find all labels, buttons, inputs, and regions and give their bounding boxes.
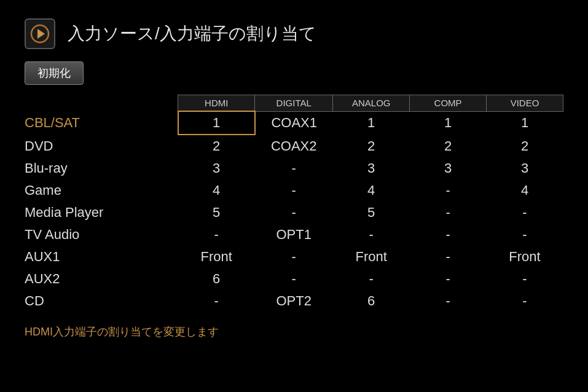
cell-analog-5[interactable]: - [333,224,410,246]
cell-hdmi-7[interactable]: 6 [178,268,255,290]
cell-analog-2[interactable]: 3 [333,157,410,179]
cell-comp-8[interactable]: - [410,290,487,312]
cell-digital-6[interactable]: - [255,246,333,268]
cell-hdmi-4[interactable]: 5 [178,202,255,224]
svg-marker-1 [37,29,45,39]
table-row: AUX1Front-Front-Front [25,246,563,268]
cell-video-0[interactable]: 1 [487,111,563,135]
cell-comp-7[interactable]: - [410,268,487,290]
cell-hdmi-2[interactable]: 3 [178,157,255,179]
cell-comp-1[interactable]: 2 [410,135,487,157]
cell-video-4[interactable]: - [487,202,563,224]
cell-comp-4[interactable]: - [410,202,487,224]
cell-source-8: CD [25,290,178,312]
page-container: 入力ソース/入力端子の割り当て 初期化 HDMI DIGITAL ANALOG … [0,0,588,392]
cell-analog-3[interactable]: 4 [333,179,410,202]
col-header-analog: ANALOG [333,95,410,112]
cell-analog-6[interactable]: Front [333,246,410,268]
cell-source-3: Game [25,179,178,202]
main-table-wrapper: HDMI DIGITAL ANALOG COMP VIDEO CBL/SAT1C… [25,95,563,312]
cell-video-1[interactable]: 2 [487,135,563,157]
assignment-table: HDMI DIGITAL ANALOG COMP VIDEO CBL/SAT1C… [25,95,563,312]
cell-video-8[interactable]: - [487,290,563,312]
table-row: TV Audio-OPT1--- [25,224,563,246]
cell-hdmi-1[interactable]: 2 [178,135,255,157]
table-row: DVD2COAX2222 [25,135,563,157]
table-row: AUX26---- [25,268,563,290]
cell-video-7[interactable]: - [487,268,563,290]
col-header-digital: DIGITAL [255,95,333,112]
cell-comp-5[interactable]: - [410,224,487,246]
reset-button[interactable]: 初期化 [25,61,563,95]
cell-video-2[interactable]: 3 [487,157,563,179]
cell-video-5[interactable]: - [487,224,563,246]
cell-source-2: Blu-ray [25,157,178,179]
cell-hdmi-8[interactable]: - [178,290,255,312]
col-header-comp: COMP [410,95,487,112]
cell-digital-4[interactable]: - [255,202,333,224]
cell-digital-0[interactable]: COAX1 [255,111,333,135]
cell-comp-2[interactable]: 3 [410,157,487,179]
table-row: Game4-4-4 [25,179,563,202]
col-header-hdmi: HDMI [178,95,255,112]
cell-analog-4[interactable]: 5 [333,202,410,224]
cell-digital-8[interactable]: OPT2 [255,290,333,312]
cell-comp-6[interactable]: - [410,246,487,268]
cell-digital-1[interactable]: COAX2 [255,135,333,157]
col-header-video: VIDEO [487,95,563,112]
cell-hdmi-3[interactable]: 4 [178,179,255,202]
cell-hdmi-6[interactable]: Front [178,246,255,268]
cell-digital-5[interactable]: OPT1 [255,224,333,246]
header: 入力ソース/入力端子の割り当て [25,18,563,49]
cell-analog-8[interactable]: 6 [333,290,410,312]
cell-video-3[interactable]: 4 [487,179,563,202]
cell-analog-1[interactable]: 2 [333,135,410,157]
header-icon [25,18,55,49]
cell-analog-7[interactable]: - [333,268,410,290]
table-row: Blu-ray3-333 [25,157,563,179]
cell-source-6: AUX1 [25,246,178,268]
cell-source-4: Media Player [25,202,178,224]
cell-comp-0[interactable]: 1 [410,111,487,135]
table-header-row: HDMI DIGITAL ANALOG COMP VIDEO [25,95,563,112]
cell-source-1: DVD [25,135,178,157]
cell-digital-3[interactable]: - [255,179,333,202]
table-row: Media Player5-5-- [25,202,563,224]
arrow-right-icon [30,24,50,44]
table-row: CD-OPT26-- [25,290,563,312]
table-row: CBL/SAT1COAX1111 [25,111,563,135]
cell-comp-3[interactable]: - [410,179,487,202]
cell-source-0: CBL/SAT [25,111,178,135]
cell-hdmi-0[interactable]: 1 [178,111,255,135]
footer-hint: HDMI入力端子の割り当てを変更します [25,324,563,339]
col-header-source [25,95,178,112]
cell-digital-2[interactable]: - [255,157,333,179]
cell-source-7: AUX2 [25,268,178,290]
cell-analog-0[interactable]: 1 [333,111,410,135]
cell-video-6[interactable]: Front [487,246,563,268]
cell-source-5: TV Audio [25,224,178,246]
page-title: 入力ソース/入力端子の割り当て [68,22,316,45]
cell-digital-7[interactable]: - [255,268,333,290]
cell-hdmi-5[interactable]: - [178,224,255,246]
